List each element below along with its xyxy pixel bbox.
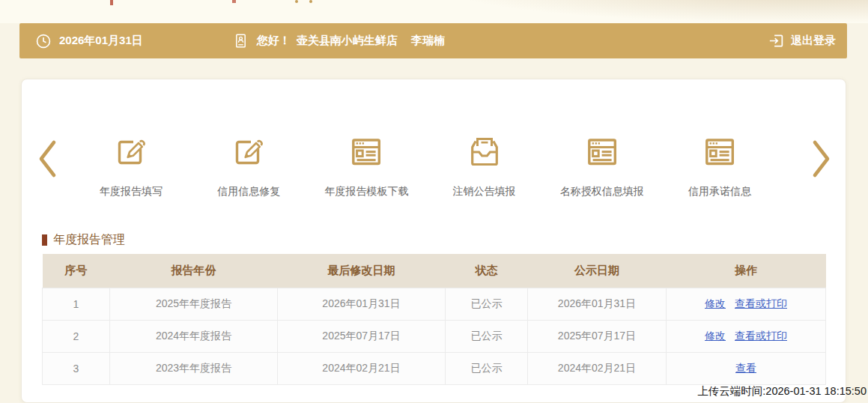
column-header: 操作	[667, 254, 826, 288]
carousel-item-cancellation-notice[interactable]: 注销公告填报	[428, 132, 541, 199]
carousel-item-label: 年度报告模板下载	[324, 185, 408, 199]
modify-link[interactable]: 修改	[705, 297, 726, 309]
publish-date: 2026年01月31日	[528, 288, 667, 320]
report-year: 2023年年度报告	[110, 352, 278, 384]
webpage-template-icon	[346, 132, 386, 172]
table-row: 22024年年度报告2025年07月17日已公示2025年07月17日修改查看或…	[43, 320, 826, 352]
row-index: 2	[43, 320, 110, 352]
top-strip	[0, 0, 868, 23]
publish-date: 2024年02月21日	[528, 352, 667, 384]
background-texture	[449, 0, 868, 23]
row-index: 1	[43, 288, 110, 320]
section-title: 年度报告管理	[53, 232, 125, 248]
table-header: 序号报告年份最后修改日期状态公示日期操作	[43, 254, 826, 288]
publish-date: 2025年07月17日	[528, 320, 667, 352]
inbox-document-icon	[464, 132, 505, 172]
main-panel: 年度报告填写 信用信息修复 年度报告模板下载 注销公告填报 名称授权信息填报 信…	[21, 79, 846, 403]
logout-label: 退出登录	[791, 34, 836, 48]
view-link[interactable]: 查看	[735, 362, 756, 374]
upload-cloud-time: 上传云端时间:2026-01-31 18:15:50	[697, 384, 867, 399]
logout-icon	[768, 32, 785, 49]
last-modified-date: 2024年02月21日	[278, 352, 446, 384]
column-header: 最后修改日期	[278, 254, 446, 288]
view-link[interactable]: 查看或打印	[735, 297, 787, 309]
status: 已公示	[446, 288, 528, 320]
function-carousel: 年度报告填写 信用信息修复 年度报告模板下载 注销公告填报 名称授权信息填报 信…	[74, 132, 777, 199]
carousel-prev-button[interactable]	[37, 139, 58, 178]
report-year: 2024年年度报告	[110, 320, 278, 352]
section-bullet-icon	[42, 234, 47, 246]
decor-dot	[309, 0, 312, 3]
last-modified-date: 2025年07月17日	[278, 320, 446, 352]
greeting-text: 您好！	[257, 34, 291, 48]
table-header-row: 序号报告年份最后修改日期状态公示日期操作	[43, 254, 826, 288]
report-table-body: 12025年年度报告2026年01月31日已公示2026年01月31日修改查看或…	[43, 288, 826, 384]
last-modified-date: 2026年01月31日	[278, 288, 446, 320]
decor-dot	[295, 0, 298, 3]
webpage-template-icon	[582, 132, 622, 172]
company-name: 壶关县南小屿生鲜店	[297, 34, 398, 48]
carousel-item-label: 信用承诺信息	[688, 185, 751, 199]
topbar: 2026年01月31日 您好！ 壶关县南小屿生鲜店 李瑞楠 退出登录	[19, 23, 847, 58]
table-row: 32023年年度报告2024年02月21日已公示2024年02月21日查看	[43, 352, 826, 384]
logout-button[interactable]: 退出登录	[768, 32, 847, 49]
carousel-item-label: 信用信息修复	[217, 185, 280, 199]
edit-document-icon	[228, 132, 269, 172]
column-header: 序号	[43, 254, 110, 288]
view-link[interactable]: 查看或打印	[735, 330, 787, 342]
row-index: 3	[43, 352, 110, 384]
carousel-item-credit-commitment[interactable]: 信用承诺信息	[663, 132, 777, 199]
actions-cell: 修改查看或打印	[667, 320, 826, 352]
user-name: 李瑞楠	[411, 34, 445, 48]
carousel-item-template-download[interactable]: 年度报告模板下载	[309, 132, 423, 199]
column-header: 公示日期	[528, 254, 667, 288]
user-badge-icon	[233, 32, 249, 49]
decor-mark	[110, 0, 113, 5]
actions-cell: 查看	[667, 352, 826, 384]
annual-report-portal: 2026年01月31日 您好！ 壶关县南小屿生鲜店 李瑞楠 退出登录 年度报告填…	[0, 0, 868, 403]
actions-cell: 修改查看或打印	[667, 288, 826, 320]
section-header: 年度报告管理	[42, 232, 125, 248]
carousel-item-label: 名称授权信息填报	[560, 185, 644, 199]
table-row: 12025年年度报告2026年01月31日已公示2026年01月31日修改查看或…	[43, 288, 826, 320]
column-header: 状态	[446, 254, 528, 288]
decor-mark	[232, 0, 236, 3]
modify-link[interactable]: 修改	[705, 330, 726, 342]
carousel-next-button[interactable]	[811, 139, 832, 178]
carousel-item-label: 注销公告填报	[453, 185, 516, 199]
annual-report-table: 序号报告年份最后修改日期状态公示日期操作 12025年年度报告2026年01月3…	[42, 254, 826, 385]
column-header: 报告年份	[110, 254, 278, 288]
status: 已公示	[446, 352, 528, 384]
status: 已公示	[446, 320, 528, 352]
carousel-item-credit-repair[interactable]: 信用信息修复	[192, 132, 306, 199]
carousel-item-annual-report-fill[interactable]: 年度报告填写	[74, 132, 188, 199]
webpage-template-icon	[699, 132, 740, 172]
carousel-item-label: 年度报告填写	[100, 185, 163, 199]
report-year: 2025年年度报告	[110, 288, 278, 320]
current-date: 2026年01月31日	[59, 34, 143, 48]
edit-document-icon	[111, 132, 151, 172]
clock-icon	[35, 33, 52, 49]
carousel-item-name-authorization[interactable]: 名称授权信息填报	[545, 132, 659, 199]
